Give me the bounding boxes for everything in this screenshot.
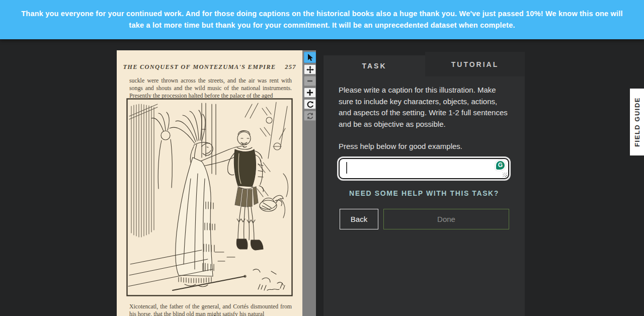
caption-input[interactable] [339,158,509,179]
book-body-text-bottom: Xicotencatl, the father of the general, … [129,303,292,316]
select-tool[interactable] [304,52,316,63]
tab-task[interactable]: TASK [324,55,425,76]
grammarly-icon[interactable]: G [495,160,506,171]
minus-icon [306,77,313,85]
zoom-in-tool[interactable] [304,88,316,98]
pan-tool[interactable] [304,64,316,74]
task-instruction: Please write a caption for this illustra… [339,85,512,130]
announcement-banner: Thank you everyone for your continued wo… [0,0,644,39]
classifier-page: Thank you everyone for your continued wo… [0,0,644,316]
plus-icon [306,89,313,96]
reset-tool[interactable] [304,111,316,121]
done-button[interactable]: Done [383,209,509,229]
book-line: suckle were thrown across the streets, a… [129,77,292,84]
image-toolbar [304,52,316,122]
rotate-tool[interactable] [304,99,316,109]
text-caret [346,162,347,174]
book-line: songs and shouts and the wild music of t… [129,85,292,92]
tab-task-label: TASK [362,62,386,70]
tab-tutorial[interactable]: TUTORIAL [425,52,525,76]
field-guide-tab[interactable]: FIELD GUIDE [630,89,644,155]
back-button[interactable]: Back [340,209,378,229]
move-arrows-icon [306,66,314,73]
refresh-arrows-icon [306,112,314,120]
caption-input-wrap: G [339,158,509,179]
rotate-arrow-icon [306,101,314,108]
need-help-link[interactable]: NEED SOME HELP WITH THIS TASK? [324,189,525,197]
resize-handle-icon[interactable] [503,173,507,177]
book-body-text-top: suckle were thrown across the streets, a… [129,77,292,100]
zoom-out-tool[interactable] [304,76,316,86]
book-page-number: 257 [285,63,296,70]
task-help-hint: Press help below for good examples. [339,142,512,150]
book-title: THE CONQUEST OF MONTEZUMA'S EMPIRE [123,63,276,70]
subject-image-viewer[interactable]: THE CONQUEST OF MONTEZUMA'S EMPIRE257 su… [117,50,302,316]
subject-illustration [126,98,293,296]
field-guide-label: FIELD GUIDE [633,97,641,147]
book-line: Xicotencatl, the father of the general, … [129,303,278,310]
tab-tutorial-label: TUTORIAL [451,60,499,68]
cursor-arrow-icon [306,53,313,61]
book-page-header: THE CONQUEST OF MONTEZUMA'S EMPIRE257 [117,63,302,71]
announcement-text: Thank you everyone for your continued wo… [8,8,636,31]
